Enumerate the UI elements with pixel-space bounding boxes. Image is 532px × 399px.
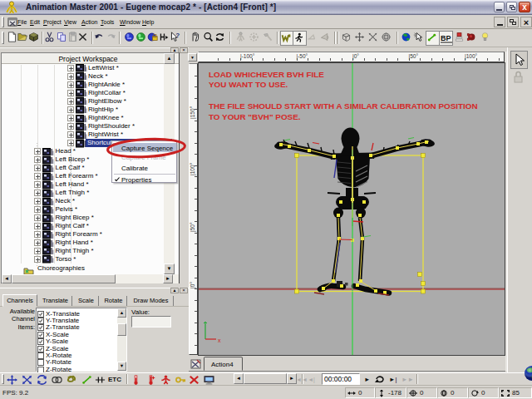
svg-text:BP: BP	[441, 34, 451, 42]
svg-text:?: ?	[175, 32, 180, 39]
svg-text:ETC: ETC	[108, 376, 121, 383]
svg-text:x: x	[218, 337, 221, 343]
